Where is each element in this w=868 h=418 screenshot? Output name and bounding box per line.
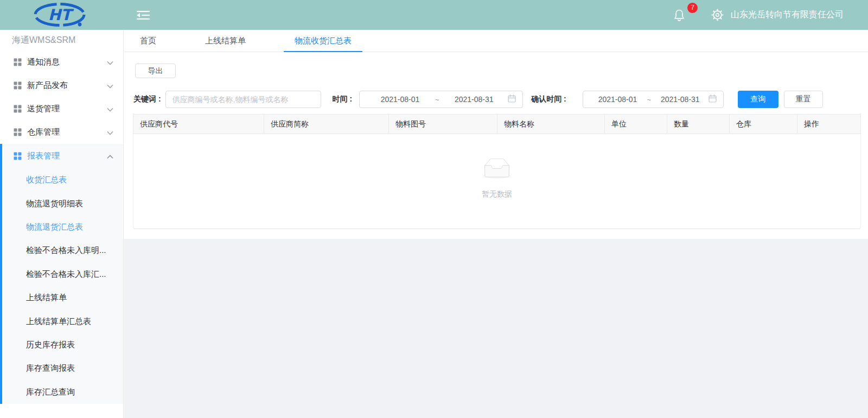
export-button[interactable]: 导出 [135, 64, 176, 78]
report-panel: 导出 关键词 : 时间 : 2021-08-01 ~ 2021-08-31 确认… [124, 52, 868, 239]
tab-logistics-receipt-summary[interactable]: 物流收货汇总表 [284, 30, 362, 52]
sidebar-subitem-inspection-fail-summary[interactable]: 检验不合格未入库汇... [2, 263, 123, 286]
reset-button[interactable]: 重置 [784, 91, 823, 108]
grid-icon [14, 152, 22, 160]
grid-icon [14, 105, 22, 113]
confirm-time-range-picker[interactable]: 2021-08-01 ~ 2021-08-31 [583, 91, 724, 108]
tab-online-settlement[interactable]: 上线结算单 [194, 30, 257, 52]
sidebar-subitem-online-settlement[interactable]: 上线结算单 [2, 286, 123, 309]
sidebar: 海通WMS&SRM 通知消息 新产品发布 送货管理 仓库管理 报表管理 [0, 30, 124, 418]
time-range-picker[interactable]: 2021-08-01 ~ 2021-08-31 [359, 91, 523, 108]
table-header-row: 供应商代号 供应商简称 物料图号 物料名称 单位 数量 仓库 操作 [133, 114, 861, 134]
time-start-value: 2021-08-01 [366, 95, 434, 104]
top-header-bar: HT 7 [0, 0, 868, 30]
col-warehouse: 仓库 [730, 115, 797, 134]
tab-home[interactable]: 首页 [129, 30, 167, 52]
calendar-icon [709, 94, 717, 105]
col-actions: 操作 [797, 115, 860, 134]
sidebar-item-new-product[interactable]: 新产品发布 [0, 74, 123, 97]
col-material-drawing-no: 物料图号 [389, 115, 497, 134]
main-content: 首页 上线结算单 物流收货汇总表 导出 关键词 : 时间 : 2021-08-0… [124, 30, 868, 418]
sidebar-item-warehouse[interactable]: 仓库管理 [0, 121, 123, 144]
grid-icon [14, 58, 22, 66]
keyword-label: 关键词 : [133, 94, 161, 104]
col-material-name: 物料名称 [497, 115, 605, 134]
chevron-down-icon [107, 58, 113, 67]
company-logo: HT [33, 2, 87, 30]
sidebar-subitem-history-inventory[interactable]: 历史库存报表 [2, 333, 123, 357]
col-quantity: 数量 [667, 115, 730, 134]
company-name: 山东光岳转向节有限责任公司 [731, 9, 844, 21]
confirm-end-value: 2021-08-31 [652, 95, 709, 104]
tab-bar: 首页 上线结算单 物流收货汇总表 [124, 30, 868, 52]
bell-icon [673, 8, 686, 22]
svg-text:HT: HT [48, 6, 74, 24]
sidebar-subitem-online-settlement-summary[interactable]: 上线结算单汇总表 [2, 309, 123, 333]
gear-icon [711, 8, 724, 22]
grid-icon [14, 128, 22, 136]
col-supplier-code: 供应商代号 [133, 115, 264, 134]
keyword-input[interactable] [165, 91, 321, 108]
calendar-icon [508, 94, 516, 105]
notification-badge: 7 [687, 3, 698, 13]
settings-button[interactable] [711, 8, 724, 22]
grid-icon [14, 81, 22, 90]
chevron-down-icon [107, 104, 113, 113]
sidebar-item-delivery[interactable]: 送货管理 [0, 97, 123, 121]
sidebar-subitem-inspection-fail-detail[interactable]: 检验不合格未入库明... [2, 239, 123, 262]
col-unit: 单位 [605, 115, 667, 134]
sidebar-subitem-logistics-return-summary[interactable]: 物流退货汇总表 [2, 216, 123, 239]
sidebar-item-reports[interactable]: 报表管理 [2, 144, 123, 168]
notification-bell[interactable]: 7 [673, 8, 686, 22]
chevron-down-icon [107, 128, 113, 137]
sidebar-collapse-icon[interactable] [137, 10, 150, 22]
sidebar-group-reports: 报表管理 收货汇总表 物流退货明细表 物流退货汇总表 检验不合格未入库明... … [0, 144, 123, 404]
sidebar-menu: 通知消息 新产品发布 送货管理 仓库管理 报表管理 收货汇总表 物流退货明细表 [0, 50, 123, 404]
sidebar-subitem-inventory-query[interactable]: 库存查询报表 [2, 357, 123, 380]
table-empty-body: 暂无数据 [133, 134, 861, 229]
confirm-start-value: 2021-08-01 [590, 95, 646, 104]
empty-text: 暂无数据 [482, 189, 512, 199]
time-label: 时间 : [333, 94, 353, 104]
chevron-up-icon [107, 151, 113, 161]
app-brand-title: 海通WMS&SRM [0, 30, 123, 50]
time-end-value: 2021-08-31 [440, 95, 508, 104]
results-table: 供应商代号 供应商简称 物料图号 物料名称 单位 数量 仓库 操作 [133, 114, 861, 229]
sidebar-subitem-logistics-return-detail[interactable]: 物流退货明细表 [2, 192, 123, 215]
empty-box-icon [480, 159, 514, 182]
sidebar-subitem-receipt-summary[interactable]: 收货汇总表 [2, 168, 123, 192]
confirm-time-label: 确认时间 : [531, 94, 566, 104]
filter-bar: 关键词 : 时间 : 2021-08-01 ~ 2021-08-31 确认时间 … [133, 91, 823, 108]
chevron-down-icon [107, 81, 113, 90]
col-supplier-name: 供应商简称 [264, 115, 389, 134]
query-button[interactable]: 查询 [738, 91, 778, 108]
sidebar-subitem-inventory-summary-query[interactable]: 库存汇总查询 [2, 381, 123, 404]
sidebar-item-notifications[interactable]: 通知消息 [0, 50, 123, 74]
